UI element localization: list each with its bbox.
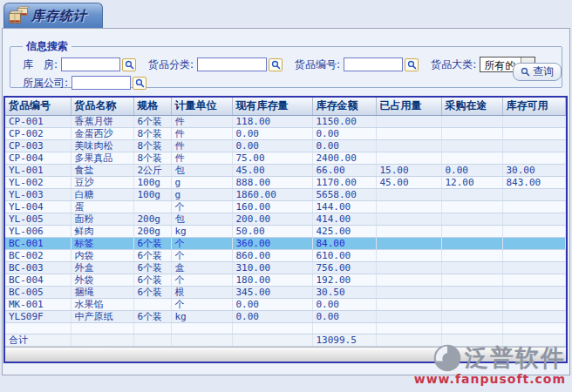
page-title-tab[interactable]: 库存统计 [3, 3, 103, 28]
table-cell [502, 139, 566, 152]
table-cell: 860.00 [232, 249, 312, 261]
col-header-goods-name[interactable]: 货品名称 [71, 98, 133, 115]
query-button[interactable]: 查询 [513, 63, 562, 81]
table-cell: 414.00 [312, 213, 376, 225]
table-cell [376, 237, 441, 249]
table-cell [376, 139, 441, 152]
table-cell [502, 225, 566, 237]
table-cell: YL-002 [5, 176, 71, 188]
warehouse-lookup-button[interactable] [122, 58, 136, 71]
table-row[interactable]: BC-001标签6个装个360.0084.00 [5, 237, 566, 249]
goods-code-lookup-button[interactable] [405, 58, 419, 71]
table-cell [441, 274, 502, 286]
table-row[interactable]: BC-005捆绳6个装根345.0030.50 [5, 286, 566, 298]
table-cell [376, 188, 441, 200]
table-row[interactable] [5, 322, 566, 334]
col-header-unit[interactable]: 计量单位 [171, 98, 232, 115]
table-cell [502, 322, 566, 334]
horizontal-scrollbar[interactable] [5, 347, 566, 362]
table-cell: 蛋 [71, 200, 133, 213]
table-row[interactable]: YL-002豆沙100gg888.001170.0045.0012.00843.… [5, 176, 566, 188]
company-input[interactable] [72, 76, 131, 90]
table-cell [232, 322, 312, 334]
table-cell: 200.00 [232, 213, 312, 225]
table-row[interactable]: YL-001食盐2公斤包45.0066.0015.000.0030.00 [5, 164, 566, 176]
table-cell [441, 237, 502, 249]
table-cell: 180.00 [232, 274, 312, 286]
table-cell: 6个装 [133, 237, 171, 249]
goods-code-input[interactable] [344, 57, 403, 71]
table-cell: 84.00 [312, 237, 376, 249]
table-row[interactable]: BC-003外盒6个装盒310.00756.00 [5, 261, 566, 274]
table-cell [502, 274, 566, 286]
table-cell: g [171, 176, 232, 188]
table-cell: MK-001 [5, 298, 71, 310]
table-row[interactable]: MK-001水果馅个0.000.00 [5, 298, 566, 310]
col-header-in-transit[interactable]: 采购在途 [441, 98, 502, 115]
table-cell [441, 249, 502, 261]
col-header-occupied[interactable]: 已占用量 [376, 98, 441, 115]
search-section-title: 信息搜索 [23, 39, 72, 54]
table-cell: 610.00 [312, 249, 376, 261]
table-cell: 美味肉松 [71, 139, 133, 152]
table-row[interactable]: CP-002金蛋西沙8个装件0.000.00 [5, 127, 566, 139]
magnifier-icon [271, 60, 281, 70]
table-row[interactable]: CP-003美味肉松8个装件0.000.00 [5, 139, 566, 152]
table-cell [502, 310, 566, 322]
table-row[interactable]: BC-004外袋6个装个180.00192.00 [5, 274, 566, 286]
company-lookup-button[interactable] [133, 77, 146, 90]
table-cell [312, 322, 376, 334]
goods-code-label: 货品编号: [295, 57, 340, 72]
table-cell: 2400.00 [312, 152, 376, 164]
table-row[interactable]: YLS09F中产原纸6个装kg0.000.00 [5, 310, 566, 322]
table-cell [441, 127, 502, 139]
col-header-available[interactable]: 库存可用 [502, 98, 566, 115]
table-cell [441, 115, 502, 127]
table-cell [441, 322, 502, 334]
table-cell: BC-001 [5, 237, 71, 249]
table-cell: 45.00 [376, 176, 441, 188]
table-cell: 包 [171, 164, 232, 176]
table-cell [502, 127, 566, 139]
table-cell [376, 127, 441, 139]
table-cell: 30.00 [502, 164, 566, 176]
col-header-stock-qty[interactable]: 现有库存量 [232, 98, 312, 115]
table-row[interactable]: CP-001香蕉月饼6个装件118.001150.00 [5, 115, 566, 127]
company-label: 所属公司: [23, 76, 68, 91]
table-cell: 0.00 [312, 298, 376, 310]
table-cell: 360.00 [232, 237, 312, 249]
table-cell [502, 261, 566, 274]
table-cell: YL-005 [5, 213, 71, 225]
table-row[interactable]: BC-002内袋6个装个860.00610.00 [5, 249, 566, 261]
table-cell: 中产原纸 [71, 310, 133, 322]
table-cell: 根 [171, 286, 232, 298]
goods-category-label: 货品分类: [148, 57, 194, 72]
goods-category-input[interactable] [197, 57, 267, 71]
table-cell: 个 [171, 274, 232, 286]
table-cell [502, 115, 566, 127]
goods-category-lookup-button[interactable] [269, 58, 283, 71]
table-cell [376, 115, 441, 127]
table-row[interactable]: YL-003白糖100gg1860.005658.00 [5, 188, 566, 200]
table-cell: 8个装 [133, 139, 171, 152]
table-cell: 白糖 [71, 188, 133, 200]
table-cell [376, 261, 441, 274]
table-cell: kg [171, 225, 232, 237]
table-cell: 鲜肉 [71, 225, 133, 237]
table-row[interactable]: YL-005面粉200g包200.00414.00 [5, 213, 566, 225]
col-header-stock-amount[interactable]: 库存金额 [312, 98, 376, 115]
col-header-spec[interactable]: 规格 [133, 98, 171, 115]
goods-class-label: 货品大类: [431, 57, 476, 72]
table-cell [441, 188, 502, 200]
table-cell: 144.00 [312, 200, 376, 213]
col-header-goods-code[interactable]: 货品编号 [5, 98, 71, 115]
table-row[interactable]: YL-006鲜肉200gkg50.00425.00 [5, 225, 566, 237]
warehouse-input[interactable] [61, 57, 120, 71]
table-cell: 160.00 [232, 200, 312, 213]
table-cell: YLS09F [5, 310, 71, 322]
table-cell: 425.00 [312, 225, 376, 237]
table-row[interactable]: YL-004蛋个160.00144.00 [5, 200, 566, 213]
search-section: 信息搜索 库 房: 货品分类: [10, 39, 562, 88]
table-cell: 件 [171, 139, 232, 152]
table-row[interactable]: CP-004多果真品8个装件75.002400.00 [5, 152, 566, 164]
